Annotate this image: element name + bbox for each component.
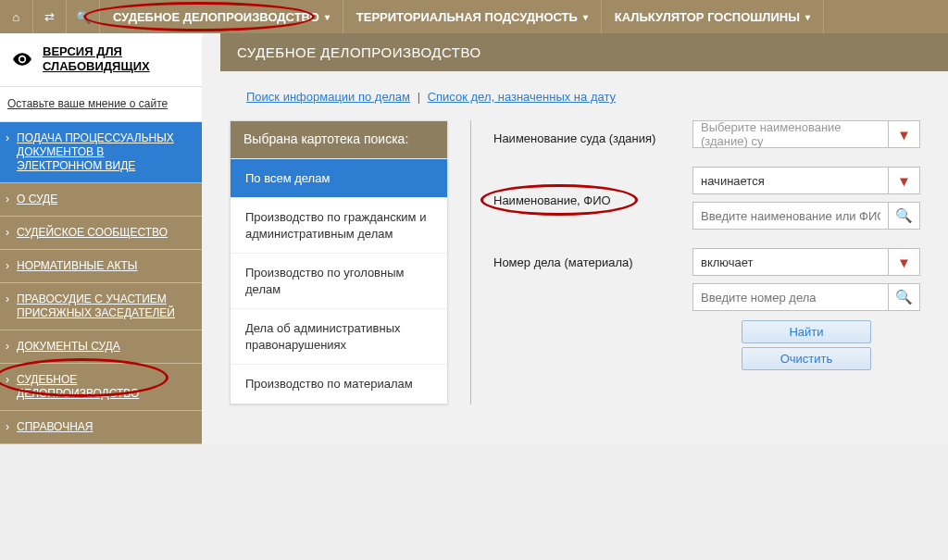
chevron-down-icon: ▾ [325, 12, 330, 22]
link-case-list[interactable]: Список дел, назначенных на дату [428, 90, 616, 104]
label-fio-text: Наименование, ФИО [493, 193, 611, 207]
home-icon[interactable]: ⌂ [0, 0, 33, 33]
page-title: СУДЕБНОЕ ДЕЛОПРОИЗВОДСТВО [220, 33, 948, 71]
search-icon[interactable]: 🔍 [889, 283, 920, 311]
top-navbar: ⌂ ⇄ 🔍 СУДЕБНОЕ ДЕЛОПРОИЗВОДСТВО▾ ТЕРРИТО… [0, 0, 948, 33]
nav-label: КАЛЬКУЛЯТОР ГОСПОШЛИНЫ [615, 10, 800, 24]
find-button[interactable]: Найти [742, 320, 871, 343]
sitemap-icon[interactable]: ⇄ [33, 0, 67, 33]
eye-icon [13, 51, 31, 68]
side-navigation: ПОДАЧА ПРОЦЕССУАЛЬНЫХ ДОКУМЕНТОВ В ЭЛЕКТ… [0, 122, 202, 444]
cartoteka-item-criminal[interactable]: Производство по уголовным делам [231, 253, 447, 308]
nav-fee-calc[interactable]: КАЛЬКУЛЯТОР ГОСПОШЛИНЫ▾ [602, 0, 824, 33]
cartoteka-title: Выбрана картотека поиска: [231, 121, 447, 158]
chevron-down-icon: ▾ [805, 12, 810, 22]
cartoteka-item-all[interactable]: По всем делам [231, 158, 447, 198]
sidenav-item-records[interactable]: СУДЕБНОЕ ДЕЛОПРОИЗВОДСТВО [0, 364, 202, 410]
sidenav-item-documents[interactable]: ДОКУМЕНТЫ СУДА [0, 330, 202, 363]
sublinks-row: Поиск информации по делам | Список дел, … [220, 90, 948, 120]
nav-label: СУДЕБНОЕ ДЕЛОПРОИЗВОДСТВО [113, 10, 319, 24]
link-case-search[interactable]: Поиск информации по делам [246, 90, 410, 104]
case-mode-select[interactable]: включает [692, 248, 889, 276]
sidenav-item-community[interactable]: СУДЕЙСКОЕ СООБЩЕСТВО [0, 217, 202, 249]
form-inputs-column: Выберите наименование (здание) су ▼ начи… [692, 120, 939, 404]
label-fio: Наименование, ФИО [493, 193, 674, 207]
accessibility-mode[interactable]: ВЕРСИЯ ДЛЯ СЛАБОВИДЯЩИХ [0, 33, 202, 87]
dropdown-icon[interactable]: ▼ [889, 167, 920, 194]
search-icon[interactable]: 🔍 [67, 0, 100, 33]
cartoteka-card: Выбрана картотека поиска: По всем делам … [230, 120, 448, 404]
sidenav-item-submission[interactable]: ПОДАЧА ПРОЦЕССУАЛЬНЫХ ДОКУМЕНТОВ В ЭЛЕКТ… [0, 122, 202, 182]
cartoteka-item-civil[interactable]: Производство по гражданским и администра… [231, 197, 447, 253]
fio-input[interactable] [692, 202, 889, 230]
sidenav-item-jury[interactable]: ПРАВОСУДИЕ С УЧАСТИЕМ ПРИСЯЖНЫХ ЗАСЕДАТЕ… [0, 283, 202, 330]
nav-territorial[interactable]: ТЕРРИТОРИАЛЬНАЯ ПОДСУДНОСТЬ▾ [343, 0, 602, 33]
fio-mode-select[interactable]: начинается [692, 167, 889, 194]
accessibility-link[interactable]: ВЕРСИЯ ДЛЯ СЛАБОВИДЯЩИХ [43, 44, 189, 75]
case-input[interactable] [692, 283, 889, 311]
court-select[interactable]: Выберите наименование (здание) су [692, 120, 889, 148]
nav-label: ТЕРРИТОРИАЛЬНАЯ ПОДСУДНОСТЬ [356, 10, 578, 24]
nav-court-records[interactable]: СУДЕБНОЕ ДЕЛОПРОИЗВОДСТВО▾ [100, 0, 343, 33]
label-court: Наименование суда (здания) [493, 131, 674, 145]
sidenav-item-about[interactable]: О СУДЕ [0, 183, 202, 216]
search-icon[interactable]: 🔍 [889, 202, 920, 230]
clear-button[interactable]: Очистить [742, 347, 871, 370]
form-labels-column: Наименование суда (здания) Наименование,… [470, 120, 674, 404]
feedback-block: Оставьте ваше мнение о сайте [0, 87, 202, 122]
chevron-down-icon: ▾ [583, 12, 588, 22]
dropdown-icon[interactable]: ▼ [889, 120, 920, 148]
cartoteka-item-admin[interactable]: Дела об административных правонарушениях [231, 308, 447, 364]
dropdown-icon[interactable]: ▼ [889, 248, 920, 276]
separator: | [418, 90, 420, 104]
cartoteka-item-material[interactable]: Производство по материалам [231, 364, 447, 404]
label-case: Номер дела (материала) [493, 255, 674, 269]
feedback-link[interactable]: Оставьте ваше мнение о сайте [7, 97, 168, 110]
sidenav-item-reference[interactable]: СПРАВОЧНАЯ [0, 411, 202, 443]
sidenav-item-acts[interactable]: НОРМАТИВНЫЕ АКТЫ [0, 250, 202, 282]
